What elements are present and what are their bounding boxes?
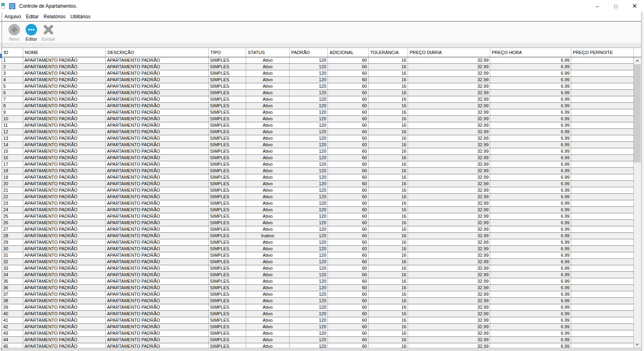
cell-padrao[interactable]: 120 xyxy=(290,142,328,148)
cell-preco_diaria[interactable]: 32.99 xyxy=(408,96,490,102)
cell-status[interactable]: Ativo xyxy=(246,324,290,330)
cell-nome[interactable]: APARTAMENTO PADRÃO xyxy=(23,265,106,271)
cell-descricao[interactable]: APARTAMENTO PADRÃO xyxy=(106,194,209,200)
cell-preco_hora[interactable]: 6.99 xyxy=(490,285,571,291)
cell-descricao[interactable]: APARTAMENTO PADRÃO xyxy=(106,155,209,161)
cell-status[interactable]: Ativo xyxy=(246,116,290,122)
cell-descricao[interactable]: APARTAMENTO PADRÃO xyxy=(106,252,209,258)
cell-status[interactable]: Ativo xyxy=(246,161,290,167)
cell-padrao[interactable]: 120 xyxy=(290,155,328,161)
cell-tipo[interactable]: SIMPLES xyxy=(209,200,246,206)
cell-nome[interactable]: APARTAMENTO PADRÃO xyxy=(23,187,106,193)
cell-tipo[interactable]: SIMPLES xyxy=(209,337,246,343)
cell-preco_pernoite[interactable] xyxy=(571,317,634,323)
cell-id[interactable]: 36 xyxy=(2,285,23,291)
cell-adicional[interactable]: 60 xyxy=(328,213,369,219)
cell-padrao[interactable]: 120 xyxy=(290,259,328,265)
cell-nome[interactable]: APARTAMENTO PADRÃO xyxy=(23,213,106,219)
cell-id[interactable]: 24 xyxy=(2,207,23,213)
maximize-button[interactable]: □ xyxy=(607,0,625,12)
cell-adicional[interactable]: 60 xyxy=(328,298,369,304)
cell-preco_hora[interactable]: 6.99 xyxy=(490,148,571,154)
cell-preco_hora[interactable]: 6.99 xyxy=(490,116,571,122)
cell-id[interactable]: 16 xyxy=(2,155,23,161)
cell-adicional[interactable]: 60 xyxy=(328,272,369,278)
cell-preco_pernoite[interactable] xyxy=(571,298,634,304)
cell-tipo[interactable]: SIMPLES xyxy=(209,168,246,174)
cell-adicional[interactable]: 60 xyxy=(328,239,369,245)
cell-padrao[interactable]: 120 xyxy=(290,265,328,271)
cell-padrao[interactable]: 120 xyxy=(290,311,328,317)
cell-preco_diaria[interactable]: 32.99 xyxy=(408,129,490,135)
table-row[interactable]: 8APARTAMENTO PADRÃOAPARTAMENTO PADRÃOSIM… xyxy=(2,103,634,109)
cell-descricao[interactable]: APARTAMENTO PADRÃO xyxy=(106,103,209,109)
scroll-up-button[interactable] xyxy=(634,57,641,64)
cell-preco_hora[interactable]: 6.99 xyxy=(490,278,571,284)
cell-status[interactable]: Ativo xyxy=(246,304,290,310)
cell-adicional[interactable]: 60 xyxy=(328,343,369,348)
table-row[interactable]: 26APARTAMENTO PADRÃOAPARTAMENTO PADRÃOSI… xyxy=(2,220,634,226)
cell-nome[interactable]: APARTAMENTO PADRÃO xyxy=(23,291,106,297)
cell-nome[interactable]: APARTAMENTO PADRÃO xyxy=(23,70,106,76)
cell-adicional[interactable]: 60 xyxy=(328,304,369,310)
cell-tipo[interactable]: SIMPLES xyxy=(209,77,246,83)
cell-id[interactable]: 11 xyxy=(2,122,23,128)
cell-preco_pernoite[interactable] xyxy=(571,168,634,174)
cell-padrao[interactable]: 120 xyxy=(290,226,328,232)
cell-nome[interactable]: APARTAMENTO PADRÃO xyxy=(23,64,106,70)
cell-descricao[interactable]: APARTAMENTO PADRÃO xyxy=(106,220,209,226)
cell-id[interactable]: 33 xyxy=(2,265,23,271)
cell-preco_pernoite[interactable] xyxy=(571,135,634,141)
cell-id[interactable]: 25 xyxy=(2,213,23,219)
cell-tolerancia[interactable]: 16 xyxy=(369,220,408,226)
cell-tipo[interactable]: SIMPLES xyxy=(209,148,246,154)
cell-adicional[interactable]: 60 xyxy=(328,135,369,141)
cell-tipo[interactable]: SIMPLES xyxy=(209,298,246,304)
vertical-scrollbar[interactable] xyxy=(634,57,641,348)
cell-adicional[interactable]: 60 xyxy=(328,109,369,115)
cell-preco_diaria[interactable]: 32.99 xyxy=(408,135,490,141)
cell-tolerancia[interactable]: 16 xyxy=(369,174,408,180)
cell-nome[interactable]: APARTAMENTO PADRÃO xyxy=(23,77,106,83)
cell-tipo[interactable]: SIMPLES xyxy=(209,142,246,148)
cell-status[interactable]: Ativo xyxy=(246,285,290,291)
cell-tolerancia[interactable]: 16 xyxy=(369,148,408,154)
cell-descricao[interactable]: APARTAMENTO PADRÃO xyxy=(106,330,209,336)
column-header-status[interactable]: STATUS xyxy=(246,48,290,57)
cell-adicional[interactable]: 60 xyxy=(328,220,369,226)
cell-id[interactable]: 39 xyxy=(2,304,23,310)
cell-preco_diaria[interactable]: 32.99 xyxy=(408,161,490,167)
cell-status[interactable]: Ativo xyxy=(246,200,290,206)
cell-status[interactable]: Ativo xyxy=(246,77,290,83)
cell-tipo[interactable]: SIMPLES xyxy=(209,343,246,348)
cell-tolerancia[interactable]: 16 xyxy=(369,109,408,115)
cell-padrao[interactable]: 120 xyxy=(290,304,328,310)
cell-id[interactable]: 22 xyxy=(2,194,23,200)
cell-id[interactable]: 17 xyxy=(2,161,23,167)
cell-nome[interactable]: APARTAMENTO PADRÃO xyxy=(23,311,106,317)
column-header-id[interactable]: ID xyxy=(2,48,23,57)
cell-tolerancia[interactable]: 16 xyxy=(369,252,408,258)
cell-padrao[interactable]: 120 xyxy=(290,174,328,180)
cell-preco_pernoite[interactable] xyxy=(571,129,634,135)
cell-tolerancia[interactable]: 16 xyxy=(369,317,408,323)
cell-status[interactable]: Ativo xyxy=(246,252,290,258)
cell-nome[interactable]: APARTAMENTO PADRÃO xyxy=(23,324,106,330)
cell-preco_diaria[interactable]: 32.99 xyxy=(408,304,490,310)
cell-tolerancia[interactable]: 16 xyxy=(369,116,408,122)
cell-nome[interactable]: APARTAMENTO PADRÃO xyxy=(23,168,106,174)
cell-preco_hora[interactable]: 6.99 xyxy=(490,200,571,206)
cell-descricao[interactable]: APARTAMENTO PADRÃO xyxy=(106,135,209,141)
cell-preco_hora[interactable]: 6.99 xyxy=(490,64,571,70)
cell-padrao[interactable]: 120 xyxy=(290,233,328,239)
cell-status[interactable]: Ativo xyxy=(246,90,290,96)
scroll-down-button[interactable] xyxy=(634,341,641,348)
cell-preco_diaria[interactable]: 32.99 xyxy=(408,187,490,193)
cell-id[interactable]: 40 xyxy=(2,311,23,317)
cell-tipo[interactable]: SIMPLES xyxy=(209,272,246,278)
cell-id[interactable]: 4 xyxy=(2,77,23,83)
cell-tipo[interactable]: SIMPLES xyxy=(209,155,246,161)
cell-tipo[interactable]: SIMPLES xyxy=(209,278,246,284)
cell-preco_pernoite[interactable] xyxy=(571,70,634,76)
cell-descricao[interactable]: APARTAMENTO PADRÃO xyxy=(106,90,209,96)
